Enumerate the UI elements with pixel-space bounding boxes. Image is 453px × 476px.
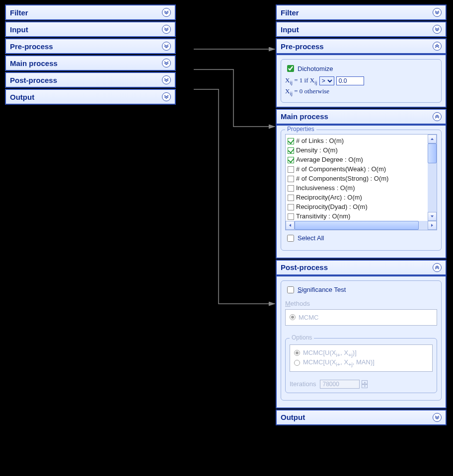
chevron-up-icon [433,263,442,272]
option-1-label: MCMC[U(Xi+, X+j)] [303,349,357,358]
property-label: Inclusiveness : O(m) [296,184,355,192]
select-all-label: Select All [298,234,324,242]
header-preprocess[interactable]: Pre-process [5,38,176,54]
property-label: Reciprocity(Arc) : O(m) [296,194,362,201]
header-filter[interactable]: Filter [5,4,176,20]
header-output-r[interactable]: Output [276,409,447,425]
method-mcmc[interactable]: MCMC [290,314,433,321]
checkbox-checked-icon[interactable] [288,147,294,154]
dichotomize-rule-0: Xij = 0 otherwise [285,87,437,96]
header-mainprocess[interactable]: Main process [5,55,176,71]
properties-listbox[interactable]: # of Links : O(m)Density : O(m)Average D… [285,134,437,230]
dichotomize-checkbox[interactable] [287,65,294,72]
chevron-down-icon [162,92,171,101]
right-panel-stack: Filter Input Pre-process Dichotomize Xij… [276,4,447,426]
properties-group-label: Properties [285,126,316,133]
checkbox-icon[interactable] [288,185,294,192]
chevron-down-icon [433,8,442,17]
checkbox-icon[interactable] [288,166,294,173]
property-label: # of Links : O(m) [296,137,344,144]
methods-box: MCMC [285,309,437,326]
iterations-input[interactable] [320,380,360,389]
options-group-label: Options [290,334,314,341]
checkbox-checked-icon[interactable] [288,157,294,163]
property-item[interactable]: # of Links : O(m) [288,136,435,145]
checkbox-icon[interactable] [288,213,294,220]
header-output-label: Output [10,93,34,101]
scroll-down-icon[interactable] [428,212,437,221]
option-2-label: MCMC[U(Xi+, X+j, MAN)] [303,358,375,367]
chevron-down-icon [162,8,171,17]
property-item[interactable]: Inclusiveness : O(m) [288,183,435,193]
methods-label: Methods [285,300,437,307]
left-panel-stack: Filter Input Pre-process Main process Po… [5,4,176,106]
mainprocess-body: Properties # of Links : O(m)Density : O(… [276,125,447,259]
header-postprocess-r[interactable]: Post-process [276,260,447,275]
threshold-input[interactable] [336,76,364,85]
header-input-r-label: Input [281,25,299,34]
property-label: Density : O(m) [296,146,338,154]
property-item[interactable]: # of Components(Strong) : O(m) [288,174,435,183]
property-item[interactable]: Reciprocity(Dyad) : O(m) [288,202,435,211]
header-input-r[interactable]: Input [276,21,447,37]
option-1[interactable]: MCMC[U(Xi+, X+j)] [294,349,428,358]
scroll-up-icon[interactable] [428,135,437,143]
scrollbar-vertical[interactable] [428,135,437,221]
property-item[interactable]: Average Degree : O(m) [288,155,435,164]
header-output[interactable]: Output [5,89,176,105]
scroll-thumb-h[interactable] [295,221,419,230]
chevron-down-icon [433,413,442,422]
method-mcmc-label: MCMC [299,314,318,321]
chevron-up-icon [433,42,442,51]
header-filter-r[interactable]: Filter [276,4,447,20]
select-all-checkbox[interactable] [287,235,294,242]
property-label: # of Components(Strong) : O(m) [296,175,388,182]
header-mainprocess-r-label: Main process [281,112,328,121]
postprocess-body: SSignificance Testignificance Test Metho… [276,275,447,408]
header-input-label: Input [10,25,28,34]
property-item[interactable]: Transitivity : O(nm) [288,211,435,221]
header-postprocess-r-label: Post-process [281,263,328,272]
checkbox-icon[interactable] [288,195,294,201]
dichotomize-rule-1: Xij = 1 if Xij > [285,76,437,85]
scroll-right-icon[interactable] [428,221,437,230]
chevron-down-icon [162,25,171,34]
property-item[interactable]: Density : O(m) [288,145,435,155]
property-label: Transitivity : O(nm) [296,212,350,220]
header-output-r-label: Output [281,413,305,421]
chevron-down-icon [162,42,171,51]
comparator-select[interactable]: > [319,76,334,85]
header-preprocess-r-label: Pre-process [281,42,324,51]
scroll-thumb[interactable] [428,143,437,163]
checkbox-icon[interactable] [288,204,294,210]
property-item[interactable]: # of Components(Weak) : O(m) [288,164,435,174]
option-2[interactable]: MCMC[U(Xi+, X+j, MAN)] [294,358,428,367]
header-postprocess[interactable]: Post-process [5,72,176,88]
significance-checkbox[interactable] [287,286,294,293]
options-box: MCMC[U(Xi+, X+j)] MCMC[U(Xi+, X+j, MAN)] [290,344,433,372]
spin-down-icon[interactable]: ▼ [362,384,368,388]
property-item[interactable]: Reciprocity(Arc) : O(m) [288,193,435,202]
significance-label: SSignificance Testignificance Test [298,286,346,293]
property-label: Average Degree : O(m) [296,156,363,163]
header-mainprocess-r[interactable]: Main process [276,109,447,125]
header-filter-label: Filter [10,8,28,17]
chevron-down-icon [162,75,171,84]
header-filter-r-label: Filter [281,8,299,17]
radio-icon [294,350,300,356]
property-label: Reciprocity(Dyad) : O(m) [296,203,368,210]
header-mainprocess-label: Main process [10,59,58,68]
checkbox-icon[interactable] [288,176,294,182]
header-input[interactable]: Input [5,21,176,37]
spin-up-icon[interactable]: ▲ [362,380,368,384]
scrollbar-horizontal[interactable] [286,221,437,230]
chevron-up-icon [433,112,442,121]
header-preprocess-r[interactable]: Pre-process [276,38,447,54]
radio-icon [290,314,296,320]
radio-icon [294,360,300,366]
checkbox-checked-icon[interactable] [288,138,294,144]
iterations-label: Iterations [290,380,316,388]
header-postprocess-label: Post-process [10,76,57,84]
header-preprocess-label: Pre-process [10,42,53,51]
scroll-left-icon[interactable] [286,221,295,230]
